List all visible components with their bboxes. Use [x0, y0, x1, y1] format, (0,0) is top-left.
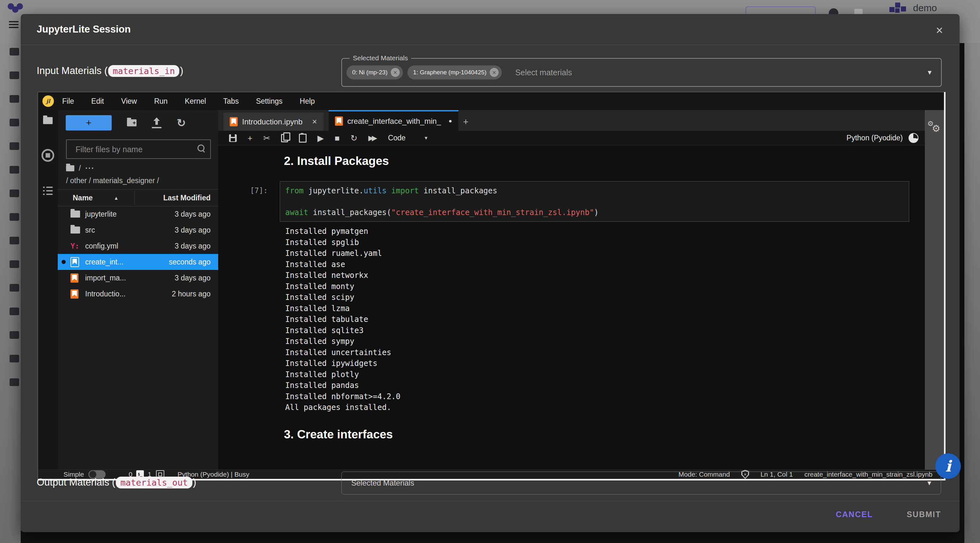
info-button[interactable]: i [935, 453, 961, 479]
file-row[interactable]: Y:config.yml3 days ago [58, 238, 218, 254]
copy-icon[interactable] [281, 134, 288, 142]
select-materials-placeholder[interactable]: Select materials [515, 68, 572, 77]
file-filter-input[interactable] [75, 140, 191, 159]
input-materials-label: Input Materials ( materials_in ) [37, 62, 183, 80]
app-sidebar-icon[interactable] [10, 48, 19, 56]
restart-run-all-icon[interactable]: ▶▶ [369, 135, 375, 142]
menu-item-help[interactable]: Help [300, 97, 315, 106]
material-chip[interactable]: 1: Graphene (mp-1040425)× [407, 65, 502, 80]
column-last-modified[interactable]: Last Modified [163, 194, 210, 202]
file-browser-icon[interactable] [43, 117, 52, 124]
file-row[interactable]: create_int...seconds ago [58, 254, 218, 270]
actions-divider [21, 501, 959, 501]
run-icon[interactable]: ▶ [317, 134, 324, 142]
app-sidebar-icon[interactable] [10, 119, 19, 126]
cell-output: Installed pymatgen Installed spglib Inst… [285, 226, 400, 413]
app-sidebar-icon[interactable] [10, 95, 19, 103]
app-sidebar-icon[interactable] [10, 142, 19, 150]
chevron-down-icon[interactable]: ▼ [926, 69, 933, 76]
notebook-file-icon [70, 257, 79, 267]
file-name: import_ma... [85, 274, 126, 282]
app-sidebar-icon[interactable] [10, 72, 19, 79]
property-inspector-gears-icon[interactable]: ⚙ ⚙ [928, 119, 942, 134]
close-icon[interactable]: × [936, 24, 943, 37]
user-avatar[interactable] [889, 3, 908, 14]
file-row[interactable]: Introductio...2 hours ago [58, 286, 218, 302]
notebook-file-icon [335, 116, 343, 126]
material-chip[interactable]: 0: Ni (mp-23)× [347, 65, 403, 80]
breadcrumb-ellipsis[interactable]: ··· [85, 164, 94, 173]
menu-item-edit[interactable]: Edit [91, 97, 104, 106]
materials-out-code-chip: materials_out [116, 477, 192, 489]
restart-kernel-icon[interactable]: ↻ [351, 134, 358, 142]
new-folder-icon[interactable]: + [127, 119, 137, 126]
app-sidebar-icon[interactable] [10, 355, 19, 362]
tab-close-icon[interactable]: × [312, 117, 317, 127]
app-sidebar-icon[interactable] [10, 331, 19, 339]
menu-item-run[interactable]: Run [154, 97, 167, 106]
save-icon[interactable] [229, 134, 237, 142]
app-sidebar-icon[interactable] [10, 378, 19, 386]
app-sidebar-icon[interactable] [10, 189, 19, 197]
jupyterlite-frame: jl FileEditViewRunKernelTabsSettingsHelp… [38, 92, 945, 481]
file-row[interactable]: src3 days ago [58, 222, 218, 238]
app-sidebar-icon[interactable] [10, 260, 19, 268]
menu-item-tabs[interactable]: Tabs [223, 97, 239, 106]
chip-delete-icon[interactable]: × [490, 68, 499, 77]
stop-icon[interactable]: ■ [335, 134, 340, 142]
code-editor[interactable]: from jupyterlite.utils import install_pa… [280, 182, 909, 222]
user-label: demo [913, 3, 937, 13]
breadcrumb-root[interactable]: / [79, 164, 81, 173]
submit-button[interactable]: SUBMIT [904, 506, 943, 523]
file-row[interactable]: import_ma...3 days ago [58, 270, 218, 286]
breadcrumb: / ··· / other / materials_designer / [66, 164, 210, 185]
file-list: jupyterlite3 days agosrc3 days agoY:conf… [58, 206, 218, 302]
tab-label: Introduction.ipynb [242, 118, 302, 126]
app-logo [8, 3, 30, 14]
cut-icon[interactable]: ✂ [263, 134, 270, 142]
tab[interactable]: Introduction.ipynb× [223, 113, 323, 131]
new-launcher-button[interactable]: + [66, 115, 111, 131]
notebook-file-icon [230, 117, 238, 126]
material-chip-label: 1: Graphene (mp-1040425) [413, 69, 487, 76]
cancel-button[interactable]: CANCEL [833, 506, 875, 523]
menu-item-settings[interactable]: Settings [256, 97, 282, 106]
insert-cell-icon[interactable]: + [248, 134, 252, 142]
app-sidebar-icon[interactable] [10, 166, 19, 174]
cell-type-select[interactable]: Code [388, 134, 406, 142]
tab-active[interactable]: create_interface_with_min_● [329, 110, 458, 131]
running-dot [62, 260, 66, 264]
output-materials-select[interactable]: Selected Materials ▼ [341, 471, 941, 495]
upload-icon[interactable] [152, 118, 161, 128]
menu-item-view[interactable]: View [121, 97, 137, 106]
app-sidebar-icon[interactable] [10, 237, 19, 244]
jupyter-activity-rail [38, 110, 58, 470]
paste-icon[interactable] [299, 134, 307, 143]
section-heading-3: 3. Create interfaces [284, 428, 393, 441]
sort-asc-icon[interactable]: ▲ [114, 195, 119, 201]
menu-hamburger-icon[interactable] [9, 21, 19, 28]
table-of-contents-icon[interactable] [43, 186, 52, 195]
file-row[interactable]: jupyterlite3 days ago [58, 206, 218, 222]
cell-type-chevron-icon[interactable]: ▾ [425, 135, 428, 141]
app-sidebar-icon[interactable] [10, 307, 19, 315]
file-modified: 3 days ago [175, 226, 210, 234]
chip-delete-icon[interactable]: × [391, 68, 400, 77]
app-sidebar-icon[interactable] [10, 213, 19, 221]
app-sidebar-icon[interactable] [10, 284, 19, 291]
file-filter-box [66, 139, 211, 159]
column-name[interactable]: Name [73, 194, 93, 202]
code-cell[interactable]: from jupyterlite.utils import install_pa… [280, 181, 909, 222]
app-sidebar-icons [10, 48, 21, 495]
breadcrumb-home-icon[interactable] [66, 165, 74, 171]
menu-item-file[interactable]: File [62, 97, 74, 106]
menu-item-kernel[interactable]: Kernel [185, 97, 206, 106]
selected-materials-combobox[interactable]: Selected Materials 0: Ni (mp-23)×1: Grap… [341, 58, 942, 87]
refresh-icon[interactable]: ↻ [177, 118, 186, 127]
kernel-name[interactable]: Python (Pyodide) [846, 134, 903, 142]
background-app-right-panel [964, 43, 980, 543]
add-tab-icon[interactable]: + [458, 113, 473, 131]
breadcrumb-path[interactable]: / other / materials_designer / [66, 177, 210, 185]
section-heading-2: 2. Install Packages [284, 154, 389, 168]
running-kernels-icon[interactable] [41, 149, 54, 162]
